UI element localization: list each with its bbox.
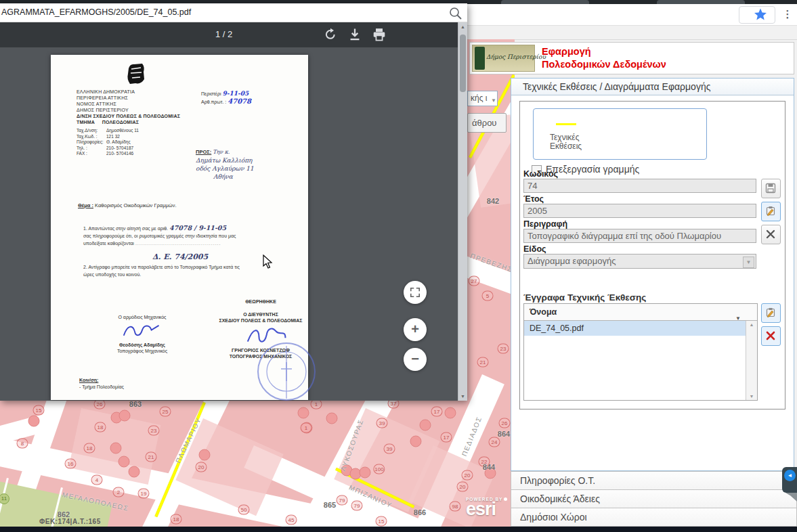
block-number-label: 842: [487, 197, 499, 205]
parcel-badge: 20: [196, 462, 207, 472]
letterhead-line: ΝΟΜΟΣ ΑΤΤΙΚΗΣ: [77, 101, 180, 107]
parcel-badge: 8: [17, 439, 28, 449]
pdf-filename: AGRAMMATA_EFARMOGHS/2005/DE_74_05.pdf: [1, 7, 191, 17]
scroll-up-icon[interactable]: ▲: [746, 322, 757, 327]
screen: ⋮ 15268181816421921232520185011393937171…: [0, 0, 797, 532]
letterhead-line: ΠΕΡΙΦΕΡΕΙΑ ΑΤΤΙΚΗΣ: [77, 95, 180, 101]
chevron-down-icon[interactable]: ▼: [491, 93, 496, 108]
edit-button[interactable]: [761, 202, 781, 221]
document-delete-button[interactable]: [761, 326, 781, 346]
letterhead-contact-line: Ταχ.Κωδ. :121 32: [77, 134, 139, 140]
map-dot: [28, 416, 40, 427]
parcel-badge: 45: [286, 515, 297, 525]
eidos-select[interactable]: Διάγραμμα εφαρμογής ▼: [523, 254, 756, 269]
scroll-down-icon[interactable]: ▼: [746, 394, 757, 399]
document-row[interactable]: DE_74_05.pdf: [524, 321, 746, 336]
block-number-label: 865: [324, 501, 336, 509]
parcel-badge: 15: [376, 516, 387, 527]
documents-column-header[interactable]: Όνομα ▼: [524, 304, 757, 321]
partial-button[interactable]: άθρου: [467, 113, 507, 133]
scroll-down-icon[interactable]: ▼: [458, 394, 467, 399]
bookmark-star-icon[interactable]: [754, 7, 767, 21]
field-label-kodikos: Κωδικός: [523, 169, 558, 179]
partial-combobox-text: κής ι: [471, 93, 487, 103]
accordion-item[interactable]: Πληροφορίες Ο.Τ.: [511, 471, 797, 490]
download-icon[interactable]: [348, 28, 363, 43]
field-label-etos: Έτος: [523, 194, 544, 204]
letterhead-contact: Ταχ.Δ/νση:Δημοσθένους 11Ταχ.Κωδ. :121 32…: [77, 128, 139, 157]
parcel-badge: 79: [337, 495, 348, 506]
panel-title: Τεχνικές Εκθέσεις / Διαγράμματα Εφαρμογή…: [511, 79, 794, 95]
map-dot: [410, 436, 422, 447]
kodikos-input[interactable]: 74: [523, 179, 756, 193]
block-number-label: 866: [414, 508, 426, 516]
handwritten-protocol-number: 47078: [228, 97, 251, 105]
esri-attribution: POWERED BY esri: [466, 497, 507, 516]
letterhead-line: ΕΛΛΗΝΙΚΗ ΔΗΜΟΚΡΑΤΙΑ: [77, 89, 180, 95]
save-button[interactable]: [761, 179, 781, 198]
letterhead-line: ΔΗΜΟΣ ΠΕΡΙΣΤΕΡΙΟΥ: [77, 107, 180, 113]
scrollbar-thumb[interactable]: [460, 35, 466, 92]
legend-line-swatch: [556, 123, 576, 125]
pdf-page-indicator: 1 / 2: [215, 29, 232, 39]
parcel-badge: 23: [498, 344, 509, 354]
map-dot: [110, 443, 122, 454]
etos-input[interactable]: 2005: [523, 204, 756, 218]
parcel-badge: 19: [138, 489, 150, 499]
rotate-icon[interactable]: [324, 28, 339, 43]
browser-menu-icon[interactable]: ⋮: [781, 6, 794, 22]
recipient-block: ΠΡΟΣ: Την κ. Δημάτω Καλλιόπη οδός Αγλαύρ…: [196, 148, 254, 181]
magnifier-icon[interactable]: [448, 6, 463, 21]
parcel-badge: 20: [457, 482, 469, 492]
parcel-badge: 1: [301, 423, 312, 433]
zoom-out-button[interactable]: −: [404, 348, 427, 371]
parcel-badge: 18: [171, 514, 182, 525]
parcel-badge: 5: [482, 291, 494, 301]
partial-combobox[interactable]: κής ι ▼: [467, 91, 498, 106]
parcel-badge: 24: [489, 437, 500, 447]
perigrafi-input[interactable]: Τοπογραφικό διάγραμμα επί της οδού Πλωμα…: [523, 229, 756, 243]
parcel-badge: 21: [146, 452, 157, 462]
parcel-badge: 2: [113, 487, 125, 497]
municipality-logo: Δήμος Περιστερίου: [472, 45, 535, 72]
scroll-up-icon[interactable]: ▲: [458, 24, 467, 29]
pdf-popup: AGRAMMATA_EFARMOGHS/2005/DE_74_05.pdf 1 …: [0, 3, 467, 401]
block-number-label: 863: [129, 400, 142, 408]
municipality-emblem-icon: [475, 47, 485, 70]
parcel-badge: 39: [384, 444, 395, 454]
partial-button-label: άθρου: [472, 118, 496, 128]
parcel-badge: 25: [160, 407, 171, 417]
document-page: ΕΛΛΗΝΙΚΗ ΔΗΜΟΚΡΑΤΙΑΠΕΡΙΦΕΡΕΙΑ ΑΤΤΙΚΗΣΝΟΜ…: [51, 55, 308, 400]
subject-line: Θέμα : Καθορισμός Οικοδομικών Γραμμών.: [78, 202, 177, 208]
parcel-badge: 16: [65, 459, 77, 469]
zoom-in-button[interactable]: +: [404, 318, 427, 341]
accordion-item[interactable]: Δημόσιοι Χώροι: [511, 508, 797, 527]
print-icon[interactable]: [372, 28, 387, 43]
chevron-down-icon[interactable]: ▼: [743, 257, 754, 268]
pdf-content-area[interactable]: ΕΛΛΗΝΙΚΗ ΔΗΜΟΚΡΑΤΙΑΠΕΡΙΦΕΡΕΙΑ ΑΤΤΙΚΗΣΝΟΜ…: [0, 47, 467, 401]
eidos-select-value: Διάγραμμα εφαρμογής: [527, 256, 616, 266]
fek-label: ΦΕΚ:174|Α.Τ.:165: [39, 518, 101, 525]
pdf-toolbar: 1 / 2: [0, 22, 467, 47]
round-stamp: [254, 339, 319, 401]
app-title-line1: Εφαρμογή: [542, 45, 666, 58]
documents-table: Όνομα ▼ DE_74_05.pdf ▲ ▼: [523, 303, 758, 401]
remote-support-icon: ◄: [784, 470, 796, 481]
parcel-badge: 20: [462, 470, 473, 481]
delete-button[interactable]: [761, 225, 781, 244]
letterhead-contact-line: Τηλ. :210- 5704187: [77, 146, 139, 152]
fit-to-page-button[interactable]: [404, 281, 427, 304]
letterhead-contact-line: Ταχ.Δ/νση:Δημοσθένους 11: [77, 128, 139, 134]
documents-list: DE_74_05.pdf: [524, 321, 746, 400]
legend-label: Τεχνικές Εκθέσεις: [550, 133, 582, 151]
map-dot: [326, 413, 338, 424]
letterhead-line: ΤΜΗΜΑ ΠΟΛΕΟΔΟΜΙΑΣ: [77, 119, 180, 125]
accordion-item[interactable]: Οικοδομικές Άδειες: [511, 489, 797, 508]
signature-scribble: [122, 322, 163, 340]
map-dot: [445, 407, 456, 419]
remote-support-widget[interactable]: ◄: [782, 467, 797, 493]
handwritten-recipient-name: Δημάτω Καλλιόπη: [196, 156, 254, 164]
pdf-scrollbar[interactable]: ▲ ▼: [458, 22, 467, 401]
documents-scrollbar[interactable]: ▲ ▼: [746, 321, 757, 400]
document-edit-button[interactable]: [761, 303, 781, 323]
